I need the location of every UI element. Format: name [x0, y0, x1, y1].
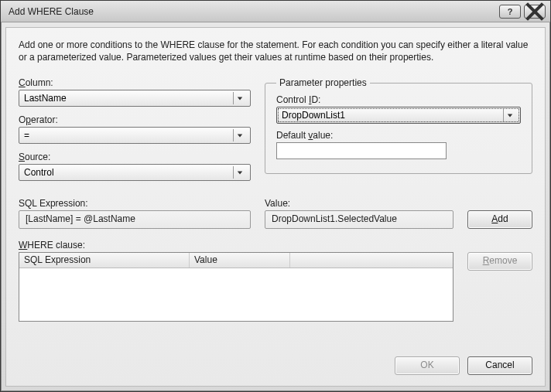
- where-clause-table[interactable]: SQL Expression Value: [19, 252, 453, 322]
- dialog-body: Add one or more conditions to the WHERE …: [5, 27, 546, 387]
- source-select[interactable]: Control: [19, 164, 251, 181]
- default-value-input[interactable]: [276, 142, 447, 159]
- dialog-footer: OK Cancel: [19, 347, 532, 375]
- where-row: SQL Expression Value Remove: [19, 252, 532, 322]
- source-label: Source:: [19, 152, 251, 162]
- chevron-down-icon: [233, 166, 245, 179]
- parameter-properties-group: Parameter properties Control ID: DropDow…: [265, 77, 532, 174]
- sql-expression-label: SQL Expression:: [19, 198, 251, 209]
- chevron-down-icon: [503, 109, 515, 121]
- close-button[interactable]: [524, 5, 546, 19]
- ok-button: OK: [395, 356, 460, 375]
- left-column: Column: LastName Operator: = Source: Con…: [19, 77, 251, 189]
- table-body: [19, 268, 453, 321]
- operator-label: Operator:: [19, 114, 251, 125]
- where-clause-label: WHERE clause:: [19, 240, 532, 251]
- svg-marker-5: [507, 114, 512, 118]
- expression-row: SQL Expression: [LastName] = @LastName V…: [19, 198, 532, 229]
- svg-marker-2: [237, 97, 241, 101]
- remove-button: Remove: [467, 252, 532, 271]
- controlid-value: DropDownList1: [282, 110, 345, 121]
- window-controls: ?: [499, 5, 546, 19]
- side-buttons: Remove: [467, 252, 532, 322]
- value-col: Value: DropDownList1.SelectedValue: [265, 198, 453, 229]
- controlid-label: Control ID:: [276, 94, 521, 105]
- sql-expression-box: [LastName] = @LastName: [19, 210, 251, 229]
- sql-expression-col: SQL Expression: [LastName] = @LastName: [19, 198, 251, 229]
- col-value[interactable]: Value: [190, 253, 290, 268]
- dialog-window: Add WHERE Clause ? Add one or more condi…: [0, 0, 551, 392]
- column-label: Column:: [19, 77, 251, 88]
- controlid-select[interactable]: DropDownList1: [276, 107, 521, 124]
- source-value: Control: [24, 167, 54, 178]
- operator-select[interactable]: =: [19, 127, 251, 144]
- operator-value: =: [24, 130, 29, 141]
- add-button[interactable]: Add: [467, 210, 532, 229]
- svg-marker-4: [237, 172, 241, 175]
- chevron-down-icon: [233, 92, 245, 104]
- value-box: DropDownList1.SelectedValue: [265, 210, 453, 229]
- svg-marker-3: [237, 135, 241, 138]
- parameter-properties-label: Parameter properties: [276, 77, 370, 88]
- column-select[interactable]: LastName: [19, 90, 251, 107]
- column-value: LastName: [24, 93, 67, 104]
- intro-text: Add one or more conditions to the WHERE …: [19, 39, 532, 63]
- cancel-button[interactable]: Cancel: [467, 356, 532, 375]
- titlebar: Add WHERE Clause ?: [1, 1, 550, 22]
- col-spacer: [290, 253, 453, 268]
- defaultvalue-label: Default value:: [276, 130, 521, 141]
- value-label: Value:: [265, 198, 453, 209]
- col-sql-expression[interactable]: SQL Expression: [19, 253, 190, 268]
- window-title: Add WHERE Clause: [9, 6, 499, 17]
- chevron-down-icon: [233, 129, 245, 141]
- help-button[interactable]: ?: [499, 5, 521, 19]
- table-header: SQL Expression Value: [19, 253, 453, 268]
- upper-section: Column: LastName Operator: = Source: Con…: [19, 77, 532, 189]
- right-column: Parameter properties Control ID: DropDow…: [265, 77, 532, 189]
